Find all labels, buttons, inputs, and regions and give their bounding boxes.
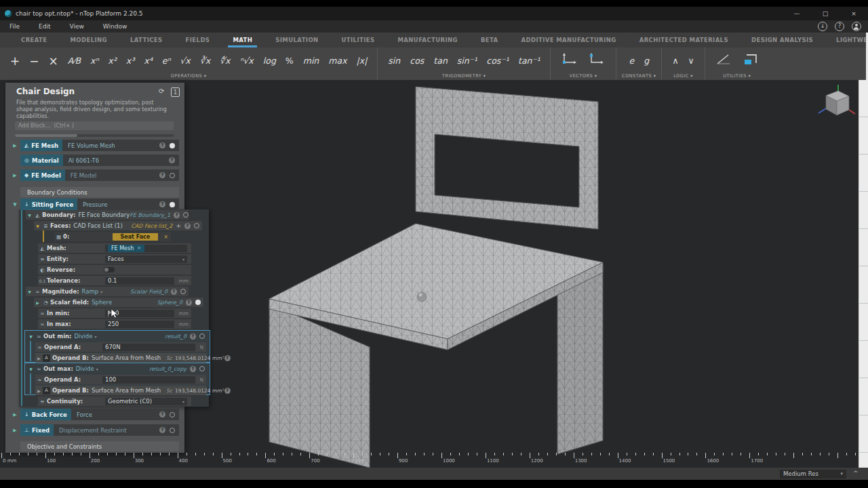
math-op-g[interactable]: g: [639, 56, 654, 66]
in-max-input[interactable]: 250: [105, 321, 174, 328]
prop-operand-b[interactable]: ▶ A Operand B: Surface Area from Mesh Sc…: [35, 386, 206, 395]
prop-tolerance[interactable]: 0.1 Tolerance: 0.1 mm: [38, 276, 191, 285]
block-back-force[interactable]: ↓Back Force Force ?: [20, 409, 179, 420]
collapse-icon[interactable]: ▼: [12, 202, 18, 207]
tab-lightweighting[interactable]: LIGHTWEIGHTING: [825, 33, 868, 47]
prop-faces[interactable]: ▼ ≣ Faces: CAD Face List (1) CAD Face li…: [34, 221, 202, 230]
prop-magnitude[interactable]: ▼ ≈ Magnitude: Ramp▾ Scalar Field_0 ?: [26, 287, 189, 296]
collapse-icon[interactable]: ▼: [26, 289, 33, 294]
panel-scroll-indicator[interactable]: [15, 134, 174, 137]
block-material[interactable]: ◎Material Al 6061-T6 ?: [20, 155, 179, 166]
help-icon[interactable]: ?: [159, 411, 165, 418]
remove-chip-icon[interactable]: ×: [137, 245, 141, 251]
prop-out-max[interactable]: ▼ ≈ Out max: Divide▾ result_0_copy ?: [27, 364, 208, 373]
mesh-field[interactable]: FE Mesh×: [105, 245, 187, 252]
toolbar-group-label[interactable]: LOGIC ▾: [673, 73, 693, 79]
tab-beta[interactable]: BETA: [469, 33, 510, 47]
math-op-x[interactable]: xⁿ: [85, 56, 103, 66]
math-op-e[interactable]: eⁿ: [157, 56, 176, 66]
help-icon[interactable]: ?: [190, 366, 196, 372]
download-icon[interactable]: ↓: [818, 22, 827, 31]
math-op-sin[interactable]: sin⁻¹: [452, 56, 482, 66]
tab-manufacturing[interactable]: MANUFACTURING: [386, 33, 469, 47]
toolbar-group-label[interactable]: TRIGONOMETRY ▾: [442, 73, 486, 79]
block-fixed[interactable]: ⊥Fixed Displacement Restraint ?: [20, 424, 179, 436]
tab-simulation[interactable]: SIMULATION: [264, 33, 330, 47]
ramp-icon[interactable]: [711, 53, 736, 68]
prop-scalar-field[interactable]: ▶ ◔ Scalar field: Sphere Sphere_0 ?: [34, 298, 203, 307]
tab-math[interactable]: MATH: [221, 33, 264, 47]
collapse-icon[interactable]: ▼: [34, 224, 41, 228]
math-op-[interactable]: −: [24, 54, 43, 68]
visibility-dot[interactable]: [180, 289, 186, 294]
close-button[interactable]: ×: [840, 7, 868, 20]
math-op-[interactable]: ∧: [667, 56, 683, 66]
visibility-dot[interactable]: [199, 333, 205, 339]
operand-a-input[interactable]: 670N: [102, 344, 195, 351]
expand-icon[interactable]: ▶: [35, 356, 43, 361]
help-icon[interactable]: ?: [224, 388, 231, 394]
toolbar-group-label[interactable]: CONSTANTS ▾: [622, 73, 656, 79]
seat-face-chip[interactable]: Seat Face: [113, 233, 159, 241]
visibility-dot[interactable]: [194, 223, 199, 228]
add-face-button[interactable]: +: [176, 222, 181, 229]
help-icon[interactable]: ?: [159, 142, 165, 148]
tab-create[interactable]: CREATE: [9, 33, 59, 47]
tab-additive-manufacturing[interactable]: ADDITIVE MANUFACTURING: [510, 33, 628, 47]
expand-icon[interactable]: ▶: [12, 412, 18, 418]
math-op-x[interactable]: ⁿ√x: [235, 56, 258, 66]
help-icon[interactable]: ?: [159, 172, 165, 178]
prop-out-min[interactable]: ▼ ≈ Out min: Divide▾ result_0 ?: [27, 331, 208, 341]
visibility-dot[interactable]: [170, 173, 175, 178]
visibility-dot[interactable]: [199, 366, 205, 371]
math-op-log[interactable]: log: [258, 56, 281, 66]
math-op-max[interactable]: max: [323, 56, 351, 66]
math-op-x[interactable]: x²: [103, 56, 121, 66]
out-max-dropdown[interactable]: Divide▾: [76, 365, 98, 372]
axes-xy-icon[interactable]: [556, 52, 583, 69]
menu-view[interactable]: View: [60, 20, 94, 33]
visibility-dot[interactable]: [183, 212, 189, 218]
visibility-dot[interactable]: [170, 412, 175, 418]
help-icon[interactable]: ?: [171, 289, 177, 295]
collapse-icon[interactable]: ▼: [27, 334, 35, 339]
fe-mesh-chip[interactable]: FE Mesh×: [108, 245, 144, 252]
help-icon[interactable]: ?: [174, 212, 180, 218]
help-icon[interactable]: ?: [169, 157, 175, 163]
toolbar-group-label[interactable]: UTILITIES ▾: [723, 73, 751, 79]
math-op-x[interactable]: √x: [175, 56, 195, 66]
resolution-dropdown[interactable]: Medium Res ▾: [780, 470, 846, 479]
visibility-dot[interactable]: [195, 300, 201, 305]
add-block-input[interactable]: [15, 121, 174, 130]
prop-in-max[interactable]: ≈ In max: 250 mm: [38, 319, 191, 329]
math-op-x[interactable]: ∜x: [215, 56, 235, 66]
prop-operand-a[interactable]: ≈ Operand A: 670N N: [35, 342, 206, 352]
help-icon[interactable]: ?: [159, 201, 165, 207]
expand-icon[interactable]: ▶: [35, 388, 43, 393]
help-icon[interactable]: ?: [190, 333, 196, 340]
visibility-dot[interactable]: [170, 143, 175, 148]
visibility-dot[interactable]: [170, 202, 175, 207]
math-op-cos[interactable]: cos⁻¹: [481, 56, 513, 66]
notebook-count-icon[interactable]: 1: [171, 87, 180, 97]
visibility-dot[interactable]: [170, 428, 175, 433]
math-op-e[interactable]: e: [624, 56, 639, 66]
tab-utilities[interactable]: UTILITIES: [330, 33, 387, 47]
menu-window[interactable]: Window: [94, 20, 137, 33]
math-op-sin[interactable]: sin: [383, 56, 405, 66]
remove-face-icon[interactable]: ×: [163, 234, 168, 240]
prop-operand-b[interactable]: ▶ A Operand B: Surface Area from Mesh Sc…: [35, 353, 206, 363]
block-fe-model[interactable]: ◆FE Model FE Model ?: [20, 169, 179, 181]
tab-lattices[interactable]: LATTICES: [119, 33, 174, 47]
collapse-icon[interactable]: ▼: [27, 367, 35, 371]
math-op-x[interactable]: ∛x: [195, 56, 215, 66]
expand-icon[interactable]: ▶: [12, 428, 18, 433]
math-op-tan[interactable]: tan: [429, 56, 452, 66]
math-op-[interactable]: %: [281, 56, 298, 66]
toolbar-group-label[interactable]: OPERATIONS ▾: [171, 73, 207, 79]
help-icon[interactable]: ?: [159, 427, 165, 433]
tab-modeling[interactable]: MODELING: [59, 33, 119, 47]
tab-architected-materials[interactable]: ARCHITECTED MATERIALS: [628, 33, 740, 47]
prop-entity[interactable]: ≡ Entity: Faces▾: [38, 254, 191, 264]
boundary-fill-icon[interactable]: [736, 53, 764, 68]
